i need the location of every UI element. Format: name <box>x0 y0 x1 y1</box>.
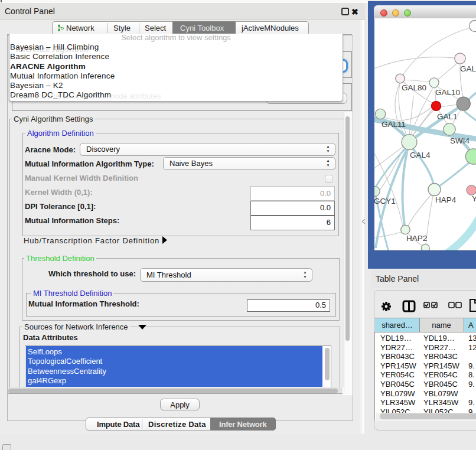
svg-text:GAL4: GAL4 <box>410 151 431 159</box>
svg-text:HAP2: HAP2 <box>406 234 427 243</box>
svg-text:SWI4: SWI4 <box>450 136 470 145</box>
svg-text:GAL7: GAL7 <box>460 64 476 73</box>
svg-text:GAL11: GAL11 <box>382 120 406 129</box>
svg-text:GAL10: GAL10 <box>435 88 460 97</box>
svg-text:Y: Y <box>472 194 476 203</box>
svg-text:HAP4: HAP4 <box>435 195 457 204</box>
svg-text:GAL1: GAL1 <box>437 112 458 121</box>
svg-text:GAL80: GAL80 <box>402 83 426 92</box>
svg-text:GCY1: GCY1 <box>374 197 396 206</box>
